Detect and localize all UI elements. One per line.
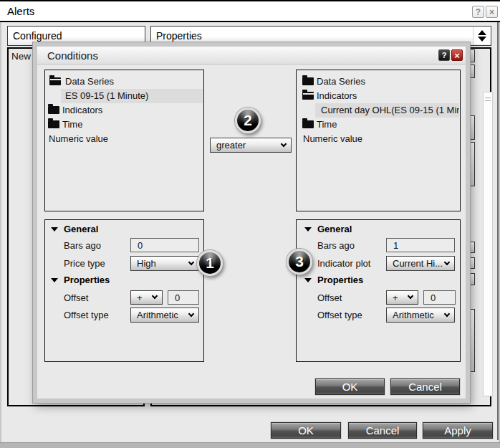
- collapse-triangle-icon[interactable]: [51, 227, 58, 232]
- close-icon[interactable]: ×: [451, 49, 463, 61]
- tree-item-label: Time: [62, 119, 82, 130]
- offset-type-dropdown[interactable]: Arithmetic: [130, 308, 199, 323]
- conditions-title: Conditions: [47, 49, 98, 62]
- indicator-plot-label: Indicator plot: [317, 258, 370, 269]
- offset-sign-dropdown[interactable]: +: [386, 290, 418, 305]
- price-type-dropdown[interactable]: High: [130, 256, 199, 271]
- tree-item-label: Numeric value: [303, 133, 362, 144]
- alerts-titlebar: Alerts ? ×: [0, 0, 500, 22]
- left-settings-group: General Bars ago Price type High Propert…: [44, 219, 204, 362]
- folder-closed-icon: [302, 120, 314, 128]
- tree-item-indicators[interactable]: Indicators: [46, 103, 203, 118]
- conditions-titlebar: Conditions: [37, 47, 466, 65]
- offset-type-value: Arithmetic: [137, 310, 178, 320]
- tree-item-time[interactable]: Time: [297, 118, 459, 132]
- tree-item-label: Data Series: [317, 76, 365, 87]
- tree-item-label: Current day OHL(ES 09-15 (1 Min...: [321, 105, 459, 115]
- properties-section-header: Properties: [64, 275, 110, 285]
- window-frame-left: [0, 22, 1, 442]
- bars-ago-label: Bars ago: [64, 240, 101, 251]
- window-frame-bottom: [0, 442, 500, 448]
- splitter-grip-icon: [485, 97, 491, 101]
- price-type-value: High: [137, 258, 156, 269]
- folder-open-icon: [49, 77, 61, 85]
- folder-closed-icon: [48, 106, 59, 114]
- tree-item-label: ES 09-15 (1 Minute): [65, 90, 148, 101]
- offset-type-value: Arithmetic: [393, 310, 434, 320]
- chevron-down-icon: [444, 310, 450, 316]
- tree-item-label: Indicators: [62, 105, 102, 115]
- price-type-label: Price type: [64, 258, 105, 269]
- ok-button[interactable]: OK: [271, 422, 341, 439]
- tree-item-label: Time: [317, 119, 337, 130]
- ok-button-label: OK: [342, 381, 358, 393]
- indicator-plot-dropdown[interactable]: Current Hi...: [386, 256, 455, 271]
- step-badge-2: 2: [235, 108, 261, 133]
- scroll-up-icon[interactable]: [478, 30, 486, 35]
- tree-item-label: Numeric value: [49, 133, 108, 144]
- offset-type-dropdown[interactable]: Arithmetic: [386, 308, 455, 323]
- operator-dropdown-value: greater: [216, 140, 246, 151]
- bars-ago-input[interactable]: [386, 238, 455, 252]
- tree-item-label: Indicators: [317, 90, 357, 101]
- chevron-down-icon: [408, 293, 413, 299]
- properties-section-header: Properties: [317, 275, 363, 285]
- offset-sign-value: +: [137, 292, 143, 303]
- step-badge-label: 3: [295, 253, 304, 270]
- properties-scroll-buttons[interactable]: [473, 27, 490, 44]
- offset-type-label: Offset type: [317, 310, 362, 320]
- indicator-plot-value: Current Hi...: [393, 258, 443, 269]
- right-condition-tree: Data Series Indicators Current day OHL(E…: [296, 70, 461, 211]
- scroll-down-icon[interactable]: [478, 37, 486, 42]
- tree-item-time[interactable]: Time: [46, 118, 203, 132]
- ok-button[interactable]: OK: [315, 378, 385, 395]
- offset-input[interactable]: [168, 290, 199, 305]
- apply-button[interactable]: Apply: [423, 422, 493, 439]
- operator-dropdown[interactable]: greater: [210, 138, 292, 153]
- tree-item-data-series[interactable]: Data Series: [46, 75, 203, 89]
- chevron-down-icon: [281, 140, 287, 146]
- tree-item-es-0915-selected[interactable]: ES 09-15 (1 Minute): [46, 89, 203, 103]
- tree-item-numeric-value[interactable]: Numeric value: [46, 132, 203, 146]
- step-badge-3: 3: [287, 249, 312, 275]
- offset-input[interactable]: [423, 290, 456, 305]
- help-icon[interactable]: ?: [472, 6, 484, 18]
- right-settings-group: General Bars ago Indicator plot Current …: [296, 219, 461, 362]
- tree-item-numeric-value[interactable]: Numeric value: [297, 132, 459, 146]
- collapse-triangle-icon[interactable]: [304, 278, 312, 282]
- collapse-triangle-icon[interactable]: [304, 227, 312, 232]
- step-badge-label: 2: [244, 112, 252, 129]
- properties-header-label: Properties: [156, 30, 202, 42]
- help-icon[interactable]: ?: [438, 49, 450, 61]
- bars-ago-input[interactable]: [130, 238, 199, 252]
- window-title: Alerts: [7, 5, 34, 17]
- chevron-down-icon: [188, 310, 194, 316]
- ok-button-label: OK: [298, 424, 314, 437]
- vertical-scrollbar[interactable]: [483, 92, 493, 396]
- apply-button-label: Apply: [444, 424, 471, 437]
- chevron-down-icon: [188, 259, 194, 264]
- bars-ago-label: Bars ago: [317, 240, 355, 251]
- alerts-window: Alerts ? × Configured Properties New Ale…: [0, 0, 500, 448]
- tree-item-current-day-ohl-selected[interactable]: Current day OHL(ES 09-15 (1 Min...: [297, 103, 459, 118]
- left-condition-tree: Data Series ES 09-15 (1 Minute) Indicato…: [44, 70, 204, 211]
- conditions-dialog: Conditions ? × Data Series ES 09-15 (1 M…: [33, 42, 470, 403]
- cancel-button[interactable]: Cancel: [348, 422, 417, 439]
- offset-sign-value: +: [393, 292, 398, 303]
- offset-type-label: Offset type: [64, 310, 109, 320]
- configured-header-label: Configured: [13, 30, 62, 42]
- tree-item-indicators[interactable]: Indicators: [297, 89, 459, 103]
- general-section-header: General: [64, 224, 98, 234]
- chevron-down-icon: [444, 259, 450, 264]
- close-icon[interactable]: ×: [486, 6, 498, 18]
- collapse-triangle-icon[interactable]: [51, 278, 58, 282]
- folder-closed-icon: [48, 120, 59, 128]
- tree-item-data-series[interactable]: Data Series: [297, 75, 459, 89]
- general-section-header: General: [317, 224, 352, 234]
- offset-label: Offset: [317, 292, 342, 303]
- offset-sign-dropdown[interactable]: +: [130, 290, 163, 305]
- chevron-down-icon: [152, 293, 158, 299]
- offset-label: Offset: [64, 292, 88, 303]
- step-badge-1: 1: [197, 250, 223, 276]
- cancel-button[interactable]: Cancel: [390, 378, 460, 395]
